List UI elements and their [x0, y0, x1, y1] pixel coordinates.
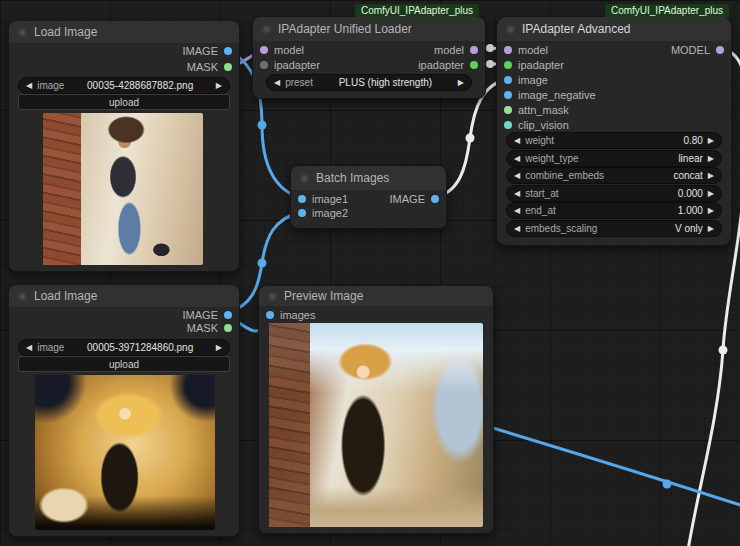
node-header[interactable]: IPAdapter Advanced	[497, 17, 731, 41]
slot-dot-image[interactable]	[431, 195, 439, 203]
node-title: IPAdapter Unified Loader	[278, 22, 412, 36]
combo-right-arrow-icon[interactable]: ▶	[708, 207, 714, 215]
combo-right-arrow-icon[interactable]: ▶	[708, 172, 714, 180]
node-preview-image[interactable]: Preview Image images	[258, 285, 494, 534]
input-slot-attn-mask[interactable]: attn_mask	[504, 103, 569, 117]
node-ipadapter-advanced[interactable]: ComfyUI_IPAdapter_plus IPAdapter Advance…	[496, 16, 732, 246]
combo-right-arrow-icon[interactable]: ▶	[708, 137, 714, 145]
link-midpoint-dot[interactable]	[486, 44, 494, 52]
collapse-dot-icon[interactable]	[506, 25, 515, 34]
slot-dot-ipadapter[interactable]	[504, 61, 512, 69]
combo-right-arrow-icon[interactable]: ▶	[216, 344, 222, 352]
slot-dot-image-negative[interactable]	[504, 91, 512, 99]
combo-left-arrow-icon[interactable]: ◀	[514, 207, 520, 215]
slot-dot-mask[interactable]	[224, 63, 232, 71]
collapse-dot-icon[interactable]	[18, 292, 27, 301]
image-filename-widget[interactable]: ◀ image 00035-4288687882.png ▶	[18, 77, 230, 94]
widget-weight[interactable]: ◀ weight 0.80 ▶	[506, 132, 722, 149]
collapse-dot-icon[interactable]	[18, 28, 27, 37]
combo-left-arrow-icon[interactable]: ◀	[274, 79, 280, 87]
combo-right-arrow-icon[interactable]: ▶	[708, 225, 714, 233]
slot-dot-clip-vision[interactable]	[504, 121, 512, 129]
slot-dot-image1[interactable]	[298, 195, 306, 203]
combo-left-arrow-icon[interactable]: ◀	[514, 172, 520, 180]
input-image-thumbnail	[43, 113, 203, 265]
preset-widget[interactable]: ◀ preset PLUS (high strength) ▶	[266, 74, 472, 91]
slot-dot-mask[interactable]	[224, 324, 232, 332]
combo-right-arrow-icon[interactable]: ▶	[708, 155, 714, 163]
combo-left-arrow-icon[interactable]: ◀	[26, 82, 32, 90]
combo-right-arrow-icon[interactable]: ▶	[708, 190, 714, 198]
node-title: Load Image	[34, 25, 97, 39]
node-header[interactable]: IPAdapter Unified Loader	[253, 17, 485, 41]
node-title: Batch Images	[316, 171, 389, 185]
combo-right-arrow-icon[interactable]: ▶	[458, 79, 464, 87]
node-title: Preview Image	[284, 289, 363, 303]
node-load-image-1[interactable]: Load Image IMAGE MASK ◀ image 00035-4288…	[8, 20, 240, 272]
slot-dot-ipadapter[interactable]	[470, 61, 478, 69]
node-title: Load Image	[34, 289, 97, 303]
slot-dot-model[interactable]	[504, 46, 512, 54]
input-slot-image-negative[interactable]: image_negative	[504, 88, 596, 102]
link-midpoint-dot[interactable]	[663, 480, 672, 489]
input-slot-ipadapter[interactable]: ipadapter	[504, 58, 564, 72]
output-slot-image[interactable]: IMAGE	[183, 44, 232, 58]
link-midpoint-dot[interactable]	[258, 121, 267, 130]
node-ipadapter-unified-loader[interactable]: ComfyUI_IPAdapter_plus IPAdapter Unified…	[252, 16, 486, 99]
link-midpoint-dot[interactable]	[258, 259, 267, 268]
input-slot-ipadapter[interactable]: ipadapter	[260, 58, 320, 72]
widget-combine-embeds[interactable]: ◀ combine_embeds concat ▶	[506, 167, 722, 184]
output-slot-mask[interactable]: MASK	[187, 60, 232, 74]
link-midpoint-dot[interactable]	[719, 346, 728, 355]
node-header[interactable]: Preview Image	[259, 286, 493, 306]
slot-dot-image[interactable]	[504, 76, 512, 84]
output-slot-model[interactable]: model	[434, 43, 478, 57]
collapse-dot-icon[interactable]	[300, 174, 309, 183]
input-slot-image2[interactable]: image2	[298, 206, 348, 220]
slot-dot-model[interactable]	[716, 46, 724, 54]
node-batch-images[interactable]: Batch Images image1 image2 IMAGE	[290, 165, 447, 229]
widget-embeds-scaling[interactable]: ◀ embeds_scaling V only ▶	[506, 220, 722, 237]
input-slot-images[interactable]: images	[266, 308, 315, 322]
link-midpoint-dot[interactable]	[466, 134, 475, 143]
slot-dot-model[interactable]	[470, 46, 478, 54]
input-slot-image[interactable]: image	[504, 73, 548, 87]
node-load-image-2[interactable]: Load Image IMAGE MASK ◀ image 00005-3971…	[8, 284, 240, 537]
input-slot-model[interactable]: model	[260, 43, 304, 57]
output-slot-model[interactable]: MODEL	[671, 43, 724, 57]
image-filename-widget[interactable]: ◀ image 00005-3971284860.png ▶	[18, 339, 230, 356]
node-header[interactable]: Batch Images	[291, 166, 446, 190]
input-slot-clip-vision[interactable]: clip_vision	[504, 118, 569, 132]
upload-button[interactable]: upload	[18, 94, 230, 110]
combo-right-arrow-icon[interactable]: ▶	[216, 82, 222, 90]
collapse-dot-icon[interactable]	[268, 292, 277, 301]
node-header[interactable]: Load Image	[9, 21, 239, 43]
slot-dot-model[interactable]	[260, 46, 268, 54]
slot-dot-ipadapter[interactable]	[260, 61, 268, 69]
slot-dot-images[interactable]	[266, 311, 274, 319]
plugin-badge: ComfyUI_IPAdapter_plus	[605, 4, 729, 18]
upload-button[interactable]: upload	[18, 356, 230, 372]
slot-dot-attn-mask[interactable]	[504, 106, 512, 114]
output-slot-image[interactable]: IMAGE	[183, 308, 232, 322]
combo-left-arrow-icon[interactable]: ◀	[514, 190, 520, 198]
slot-dot-image[interactable]	[224, 47, 232, 55]
combo-left-arrow-icon[interactable]: ◀	[26, 344, 32, 352]
graph-canvas[interactable]: Load Image IMAGE MASK ◀ image 00035-4288…	[0, 0, 740, 546]
input-slot-image1[interactable]: image1	[298, 192, 348, 206]
slot-dot-image2[interactable]	[298, 209, 306, 217]
combo-left-arrow-icon[interactable]: ◀	[514, 155, 520, 163]
widget-weight-type[interactable]: ◀ weight_type linear ▶	[506, 150, 722, 167]
combo-left-arrow-icon[interactable]: ◀	[514, 137, 520, 145]
output-slot-image[interactable]: IMAGE	[390, 192, 439, 206]
output-slot-mask[interactable]: MASK	[187, 321, 232, 335]
node-header[interactable]: Load Image	[9, 285, 239, 307]
combo-left-arrow-icon[interactable]: ◀	[514, 225, 520, 233]
collapse-dot-icon[interactable]	[262, 25, 271, 34]
output-slot-ipadapter[interactable]: ipadapter	[418, 58, 478, 72]
widget-start-at[interactable]: ◀ start_at 0.000 ▶	[506, 185, 722, 202]
link-midpoint-dot[interactable]	[486, 60, 494, 68]
slot-dot-image[interactable]	[224, 311, 232, 319]
widget-end-at[interactable]: ◀ end_at 1.000 ▶	[506, 202, 722, 219]
input-slot-model[interactable]: model	[504, 43, 548, 57]
